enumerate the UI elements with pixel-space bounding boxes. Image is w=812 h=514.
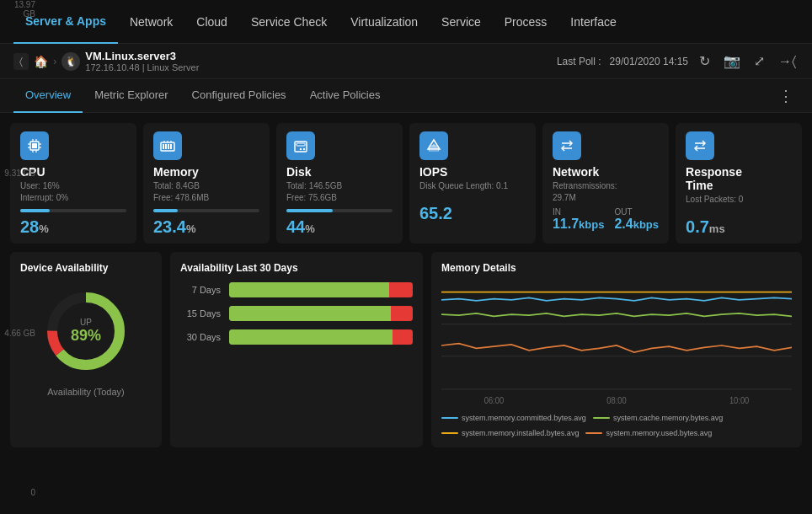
avail-row-15days: 15 Days	[180, 306, 413, 321]
avail-7days-green	[229, 282, 389, 297]
svg-text:06:00: 06:00	[484, 396, 505, 406]
avail-15days-red	[391, 306, 413, 321]
nav-label-virtualization: Virtualization	[350, 15, 418, 29]
iops-icon	[419, 131, 448, 160]
avail-30days-label: 30 Days	[180, 332, 221, 342]
screenshot-button[interactable]: 📷	[721, 51, 743, 72]
memory-details-title: Memory Details	[441, 262, 792, 274]
avail-7days-label: 7 Days	[180, 285, 221, 295]
breadcrumb-subtitle: 172.16.10.48 | Linux Server	[85, 62, 199, 72]
legend-installed: system.memory.installed.bytes.avg	[441, 429, 579, 437]
metrics-row: CPU User: 16% Interrupt: 0% 28%	[10, 123, 802, 244]
legend-committed-label: system.memory.committed.bytes.avg	[462, 414, 586, 422]
avail-30days-red	[393, 329, 413, 345]
chart-legend: system.memory.committed.bytes.avg system…	[441, 414, 792, 437]
avail-15days-label: 15 Days	[180, 308, 221, 319]
svg-text:10:00: 10:00	[729, 396, 750, 406]
disk-unit: %	[305, 222, 315, 235]
disk-free: Free: 75.6GB	[286, 193, 337, 202]
tab-metric-explorer-label: Metric Explorer	[94, 88, 168, 101]
memory-details-card: Memory Details 13.97 GB 9.31 GB 4.66 GB …	[431, 252, 802, 447]
nav-label-service: Service	[441, 15, 481, 29]
availability-30-title: Availability Last 30 Days	[180, 262, 413, 274]
legend-cache-label: system.cache.memory.bytes.avg	[613, 414, 723, 422]
memory-bar-track	[153, 209, 259, 212]
metric-response-time: ResponseTime Lost Packets: 0 0.7ms	[676, 123, 802, 244]
chart-wrapper: 13.97 GB 9.31 GB 4.66 GB 0	[441, 282, 792, 409]
network-in-label: IN	[553, 207, 604, 217]
response-time-icon	[686, 131, 714, 160]
avail-7days-track	[229, 282, 413, 297]
disk-title: Disk	[286, 165, 393, 179]
tab-configured-policies[interactable]: Configured Policies	[180, 79, 298, 113]
breadcrumb-left: 〈 🏠 › 🐧 VM.Linux.server3 172.16.10.48 | …	[13, 50, 199, 72]
svg-rect-11	[163, 144, 164, 149]
network-inout: IN 11.7kbps OUT 2.4kbps	[553, 207, 659, 232]
nav-cloud[interactable]: Cloud	[184, 0, 239, 44]
nav-network[interactable]: Network	[118, 0, 184, 44]
memory-icon	[153, 131, 182, 160]
network-retrans-label: Retransmissions:	[553, 181, 617, 190]
metric-network: Network Retransmissions: 29.7M IN 11.7kb…	[542, 123, 669, 244]
chart-svg: 06:00 08:00 10:00	[441, 282, 792, 409]
nav-label-interface: Interface	[570, 15, 616, 29]
chart-plot-area: 06:00 08:00 10:00	[441, 282, 792, 409]
svg-rect-13	[168, 144, 169, 149]
svg-rect-14	[170, 144, 172, 149]
nav-label-process: Process	[505, 15, 548, 29]
breadcrumb-titles: VM.Linux.server3 172.16.10.48 | Linux Se…	[85, 50, 199, 72]
tabs-more-button[interactable]: ⋮	[773, 84, 799, 108]
nav-process[interactable]: Process	[493, 0, 559, 44]
donut-chart: UP 89%	[44, 289, 128, 373]
avail-15days-track	[229, 306, 413, 321]
breadcrumb-bar: 〈 🏠 › 🐧 VM.Linux.server3 172.16.10.48 | …	[0, 44, 812, 79]
network-retrans-val: 29.7M	[553, 193, 576, 202]
metric-iops: IOPS Disk Queue Length: 0.1 65.2	[409, 123, 536, 244]
disk-total: Total: 146.5GB	[286, 181, 342, 190]
nav-interface[interactable]: Interface	[558, 0, 628, 44]
nav-virtualization[interactable]: Virtualization	[339, 0, 430, 44]
svg-rect-19	[296, 143, 305, 146]
legend-installed-label: system.memory.installed.bytes.avg	[462, 429, 579, 437]
breadcrumb-title: VM.Linux.server3	[85, 50, 199, 62]
avail-row-30days: 30 Days	[180, 329, 413, 345]
donut-percent: 89%	[71, 327, 101, 344]
network-title: Network	[553, 165, 659, 179]
memory-sub: Total: 8.4GB Free: 478.6MB	[153, 180, 259, 204]
avail-30days-green	[229, 329, 393, 345]
avail-15days-green	[229, 306, 391, 321]
response-time-value: 0.7ms	[686, 217, 792, 237]
refresh-button[interactable]: ↻	[697, 51, 713, 72]
bottom-row: Device Availability UP 89% Availability …	[10, 252, 802, 447]
nav-service[interactable]: Service	[430, 0, 493, 44]
tabs-bar: Overview Metric Explorer Configured Poli…	[0, 79, 812, 113]
nav-label-service-check: Service Check	[251, 15, 327, 29]
iops-value-num: 65.2	[419, 204, 452, 222]
expand-button[interactable]: ⤢	[751, 51, 767, 72]
breadcrumb-right: Last Poll : 29/01/2020 14:15 ↻ 📷 ⤢ →〈	[557, 51, 799, 72]
iops-sub: Disk Queue Length: 0.1	[419, 180, 526, 192]
network-out-group: OUT 2.4kbps	[614, 207, 659, 232]
disk-icon	[286, 131, 315, 160]
network-out-val: 2.4kbps	[614, 217, 659, 231]
svg-text:08:00: 08:00	[606, 396, 627, 406]
tab-configured-policies-label: Configured Policies	[192, 88, 286, 101]
tab-metric-explorer[interactable]: Metric Explorer	[83, 79, 179, 113]
legend-committed-dot	[441, 417, 458, 419]
last-poll-label: Last Poll :	[557, 56, 601, 67]
legend-used: system.memory.used.bytes.avg	[585, 429, 712, 437]
disk-sub: Total: 146.5GB Free: 75.6GB	[286, 180, 393, 204]
legend-committed: system.memory.committed.bytes.avg	[441, 414, 586, 422]
nav-service-check[interactable]: Service Check	[239, 0, 339, 44]
availability-30-card: Availability Last 30 Days 7 Days 15 Days…	[170, 252, 423, 447]
memory-unit: %	[186, 222, 196, 235]
network-sub: Retransmissions: 29.7M	[553, 180, 659, 204]
main-content: CPU User: 16% Interrupt: 0% 28%	[0, 113, 812, 514]
menu-button[interactable]: →〈	[776, 51, 799, 72]
avail-7days-red	[389, 282, 413, 297]
legend-installed-dot	[441, 432, 458, 434]
tab-active-policies[interactable]: Active Policies	[298, 79, 393, 113]
response-time-value-num: 0.7	[686, 217, 709, 236]
iops-value: 65.2	[419, 204, 526, 223]
network-icon	[553, 131, 581, 160]
